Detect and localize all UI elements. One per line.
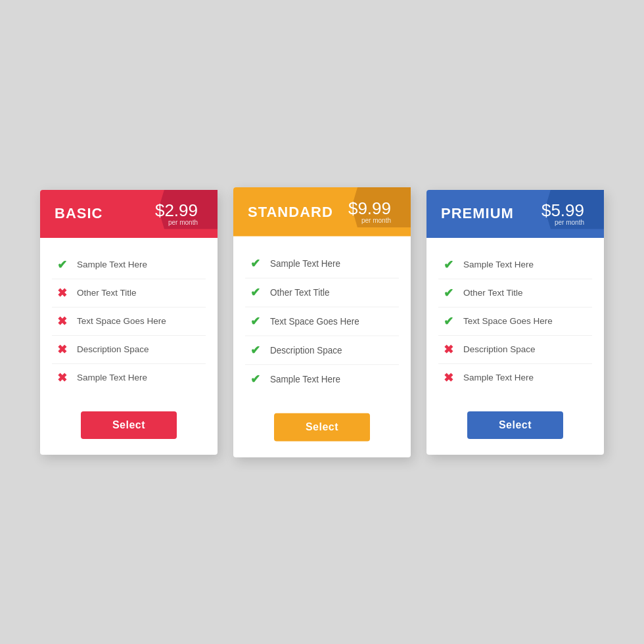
features-list-standard: Sample Text HereOther Text TitleText Spa… (233, 236, 411, 403)
feature-text: Other Text Title (270, 287, 330, 297)
price-ribbon-premium: $5.99per month (541, 202, 589, 226)
card-footer-standard: Select (233, 403, 411, 457)
card-header-premium: PREMIUM$5.99per month (426, 190, 604, 238)
cross-icon (55, 286, 69, 300)
card-footer-basic: Select (40, 402, 218, 455)
feature-text: Sample Text Here (270, 258, 340, 268)
price-ribbon-standard: $9.99per month (348, 199, 396, 224)
card-header-standard: STANDARD$9.99per month (233, 187, 411, 235)
list-item: Description Space (438, 336, 592, 364)
price-ribbon-basic: $2.99per month (155, 202, 203, 226)
list-item: Sample Text Here (438, 251, 592, 279)
feature-text: Description Space (463, 344, 536, 354)
cross-icon (55, 371, 69, 385)
cross-icon (55, 342, 69, 357)
list-item: Text Space Goes Here (52, 308, 206, 336)
list-item: Sample Text Here (245, 365, 399, 393)
feature-text: Sample Text Here (77, 260, 147, 269)
feature-text: Other Text Title (463, 288, 523, 298)
feature-text: Other Text Title (77, 288, 137, 298)
feature-text: Sample Text Here (463, 373, 534, 382)
cross-icon (441, 342, 455, 357)
plan-name-basic: BASIC (55, 205, 103, 222)
feature-text: Description Space (77, 344, 149, 354)
list-item: Text Space Goes Here (245, 307, 399, 336)
check-icon (248, 342, 262, 357)
check-icon (441, 258, 455, 272)
feature-text: Text Space Goes Here (270, 316, 359, 326)
feature-text: Text Space Goes Here (463, 316, 553, 326)
pricing-card-premium: PREMIUM$5.99per monthSample Text HereOth… (426, 190, 604, 455)
card-footer-premium: Select (426, 402, 604, 455)
check-icon (248, 256, 262, 271)
select-button-basic[interactable]: Select (81, 411, 177, 439)
list-item: Description Space (245, 336, 399, 365)
feature-text: Text Space Goes Here (77, 316, 166, 326)
list-item: Sample Text Here (245, 249, 399, 278)
check-icon (441, 286, 455, 300)
feature-text: Sample Text Here (270, 374, 340, 384)
select-button-standard[interactable]: Select (274, 413, 370, 441)
list-item: Description Space (52, 336, 206, 364)
list-item: Sample Text Here (52, 251, 206, 279)
check-icon (248, 313, 262, 328)
card-header-basic: BASIC$2.99per month (40, 190, 218, 238)
list-item: Text Space Goes Here (438, 308, 592, 336)
feature-text: Sample Text Here (463, 260, 534, 269)
price-amount-premium: $5.99 (541, 202, 584, 219)
list-item: Other Text Title (245, 278, 399, 307)
check-icon (248, 285, 262, 299)
cross-icon (55, 314, 69, 329)
list-item: Other Text Title (438, 279, 592, 308)
select-button-premium[interactable]: Select (467, 411, 563, 439)
features-list-premium: Sample Text HereOther Text TitleText Spa… (426, 238, 604, 402)
check-icon (441, 314, 455, 329)
price-amount-standard: $9.99 (348, 199, 391, 217)
check-icon (55, 258, 69, 272)
price-amount-basic: $2.99 (155, 202, 198, 219)
list-item: Sample Text Here (52, 364, 206, 392)
cross-icon (441, 371, 455, 385)
plan-name-standard: STANDARD (248, 202, 333, 220)
plan-name-premium: PREMIUM (441, 205, 514, 222)
pricing-container: BASIC$2.99per monthSample Text HereOther… (14, 150, 630, 494)
list-item: Other Text Title (52, 279, 206, 308)
feature-text: Sample Text Here (77, 373, 147, 382)
feature-text: Description Space (270, 345, 342, 355)
pricing-card-standard: STANDARD$9.99per monthSample Text HereOt… (233, 187, 411, 457)
features-list-basic: Sample Text HereOther Text TitleText Spa… (40, 238, 218, 402)
pricing-card-basic: BASIC$2.99per monthSample Text HereOther… (40, 190, 218, 455)
list-item: Sample Text Here (438, 364, 592, 392)
check-icon (248, 371, 262, 386)
